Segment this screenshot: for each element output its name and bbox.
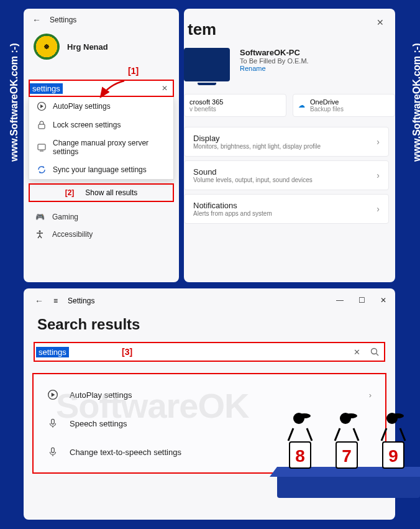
tile-sub: Backup files — [310, 106, 344, 113]
svg-rect-1 — [39, 124, 45, 129]
close-button[interactable]: ✕ — [380, 296, 386, 305]
maximize-button[interactable]: ☐ — [358, 296, 365, 305]
search-icon[interactable] — [370, 347, 379, 357]
card-sound[interactable]: SoundVolume levels, output, input, sound… — [184, 160, 389, 190]
svg-line-23 — [354, 428, 358, 441]
search-suggestions: AutoPlay settings Lock screen settings C… — [29, 97, 174, 180]
arrow-icon — [97, 78, 128, 103]
page-title: Search results — [24, 313, 395, 342]
result-label: Speech settings — [70, 419, 127, 428]
card-sub: Alerts from apps and system — [193, 210, 272, 217]
suggestion-label: Lock screen settings — [53, 121, 121, 129]
autoplay-icon — [37, 101, 47, 111]
suggestion-item[interactable]: Sync your language settings — [29, 160, 173, 179]
tile-microsoft365[interactable]: crosoft 365v benefits — [184, 94, 286, 117]
proxy-icon — [37, 142, 47, 152]
svg-line-6 — [377, 353, 379, 356]
suggestion-item[interactable]: Change manual proxy server settings — [29, 134, 173, 160]
pc-sub: To Be Filled By O.E.M. — [240, 57, 309, 65]
svg-line-22 — [335, 428, 340, 441]
svg-line-17 — [307, 428, 312, 441]
sidebar-item-accessibility[interactable]: Accessibility — [24, 226, 179, 243]
svg-line-28 — [381, 428, 386, 441]
card-sub: Volume levels, output, input, sound devi… — [193, 177, 313, 183]
autoplay-icon — [47, 389, 58, 400]
settings-sidebar-panel: ← Settings Hrg Nenad [1] settings ✕ Auto… — [24, 9, 179, 282]
close-icon[interactable]: ✕ — [377, 17, 384, 27]
header-title: Settings — [50, 16, 76, 24]
card-display[interactable]: DisplayMonitors, brightness, night light… — [184, 127, 389, 157]
card-title: Display — [193, 134, 321, 143]
watermark: www.SoftwareOK.com :-) — [9, 43, 20, 162]
card-notifications[interactable]: NotificationsAlerts from apps and system… — [184, 194, 389, 224]
sync-icon — [37, 165, 47, 175]
chevron-right-icon: › — [377, 204, 380, 214]
svg-rect-8 — [52, 419, 55, 424]
show-all-results-button[interactable]: [2] Show all results — [29, 183, 174, 202]
result-label: AutoPlay settings — [70, 390, 132, 400]
pc-icon — [184, 48, 230, 81]
watermark: www.SoftwareOK.com :-) — [411, 43, 420, 162]
suggestion-label: Sync your language settings — [53, 165, 147, 174]
tile-title: crosoft 365 — [189, 98, 223, 106]
card-sub: Monitors, brightness, night light, displ… — [193, 143, 321, 150]
tile-onedrive[interactable]: ☁ OneDriveBackup files — [293, 94, 395, 117]
svg-point-19 — [345, 413, 357, 418]
nav-label: Gaming — [52, 213, 78, 221]
show-all-label: Show all results — [85, 188, 137, 197]
svg-line-29 — [400, 428, 405, 441]
svg-rect-2 — [38, 144, 45, 150]
chevron-right-icon: › — [377, 137, 380, 147]
svg-text:7: 7 — [342, 446, 352, 466]
user-name: Hrg Nenad — [67, 42, 108, 52]
svg-text:9: 9 — [388, 446, 398, 466]
callout-3: [3] — [122, 347, 132, 357]
card-title: Notifications — [193, 201, 272, 210]
callout-1: [1] — [128, 66, 139, 76]
system-panel: ✕ tem SoftwareOK-PC To Be Filled By O.E.… — [184, 9, 395, 282]
tile-sub: v benefits — [189, 106, 223, 113]
search-input[interactable]: settings [3] ✕ — [34, 342, 385, 362]
svg-point-13 — [298, 413, 311, 418]
judges-illustration: 8 7 9 — [265, 398, 420, 504]
pc-name: SoftwareOK-PC — [240, 48, 309, 57]
sidebar-item-gaming[interactable]: 🎮 Gaming — [24, 208, 179, 226]
back-icon[interactable]: ← — [32, 15, 41, 25]
svg-rect-9 — [52, 448, 55, 453]
card-title: Sound — [193, 167, 313, 177]
svg-text:8: 8 — [295, 446, 305, 466]
svg-point-25 — [391, 413, 404, 418]
svg-line-16 — [288, 428, 293, 441]
svg-point-4 — [39, 231, 41, 232]
chevron-right-icon: › — [377, 170, 380, 180]
clear-icon[interactable]: ✕ — [162, 84, 168, 93]
nav-label: Accessibility — [52, 230, 93, 239]
cloud-icon: ☁ — [298, 101, 305, 109]
avatar-icon — [34, 34, 60, 60]
lock-icon — [37, 120, 47, 130]
suggestion-item[interactable]: Lock screen settings — [29, 116, 173, 134]
callout-2: [2] — [65, 188, 75, 197]
header-title: Settings — [68, 297, 94, 305]
svg-point-5 — [372, 348, 377, 354]
rename-link[interactable]: Rename — [240, 65, 309, 72]
search-value: settings — [36, 347, 69, 357]
microphone-icon — [47, 418, 58, 429]
result-label: Change text-to-speech settings — [70, 448, 181, 457]
user-profile[interactable]: Hrg Nenad — [24, 31, 179, 65]
suggestion-label: Change manual proxy server settings — [53, 139, 166, 156]
back-icon[interactable]: ← — [35, 296, 43, 306]
suggestion-label: AutoPlay settings — [53, 102, 111, 111]
tile-title: OneDrive — [310, 98, 344, 106]
menu-icon[interactable]: ≡ — [53, 297, 58, 305]
accessibility-icon — [35, 229, 45, 239]
clear-icon[interactable]: ✕ — [354, 347, 360, 357]
search-value: settings — [30, 83, 63, 94]
minimize-button[interactable]: — — [336, 296, 344, 305]
gaming-icon: 🎮 — [35, 212, 45, 222]
microphone-icon — [47, 446, 58, 458]
page-title: tem — [184, 9, 395, 48]
